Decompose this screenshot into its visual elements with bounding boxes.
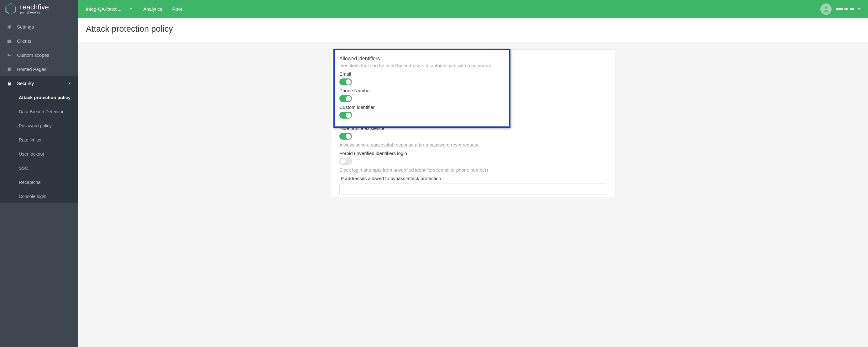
custom-identifier-toggle[interactable] xyxy=(339,112,352,119)
page-header: Attack protection policy xyxy=(78,18,868,42)
svg-point-10 xyxy=(825,6,828,9)
topbar: Integ-QA-foncti... Analytics Root xyxy=(78,0,868,18)
email-label: Email xyxy=(339,71,607,77)
chevron-down-icon xyxy=(68,82,71,85)
subnav-password-policy[interactable]: Password policy xyxy=(0,119,78,133)
topbar-link-analytics[interactable]: Analytics xyxy=(143,6,162,11)
panel-icon xyxy=(7,38,12,44)
svg-rect-3 xyxy=(7,39,11,40)
tenant-name: Integ-QA-foncti... xyxy=(86,6,121,11)
sidebar-label: Clients xyxy=(17,38,31,44)
svg-rect-6 xyxy=(11,55,11,56)
logo-text: reachfive part of PURSE xyxy=(20,4,49,14)
ip-bypass-input[interactable] xyxy=(339,183,607,195)
hide-profile-toggle[interactable] xyxy=(339,133,352,140)
chevron-down-icon xyxy=(129,7,133,11)
phone-toggle[interactable] xyxy=(339,95,352,102)
logo[interactable]: reachfive part of PURSE xyxy=(0,0,78,18)
subnav-data-breach[interactable]: Data Breach Detection xyxy=(0,105,78,119)
subnav-console-login[interactable]: Console login xyxy=(0,189,78,203)
ip-bypass-label: IP addresses allowed to bypass attack pr… xyxy=(339,176,607,181)
sidebar-item-custom-scopes[interactable]: Custom scopes xyxy=(0,48,78,62)
subnav-user-lockout[interactable]: User lockout xyxy=(0,147,78,161)
sidebar-label: Security xyxy=(17,81,34,86)
tenant-selector[interactable]: Integ-QA-foncti... xyxy=(86,6,133,11)
logo-icon xyxy=(4,3,17,16)
sidebar-item-security[interactable]: Security xyxy=(0,76,78,90)
dropdown-caret-icon[interactable] xyxy=(858,8,861,10)
forbid-unverified-toggle[interactable] xyxy=(339,158,352,165)
sidebar-item-clients[interactable]: Clients xyxy=(0,34,78,48)
section-desc: Identifiers that can be used by end-user… xyxy=(339,63,607,68)
topbar-link-root[interactable]: Root xyxy=(172,6,182,11)
svg-rect-9 xyxy=(8,83,11,85)
subnav-sso[interactable]: SSO xyxy=(0,161,78,175)
sidebar-label: Custom scopes xyxy=(17,52,49,58)
subnav-rate-limiter[interactable]: Rate limiter xyxy=(0,133,78,147)
hide-profile-desc: Always send a successful response after … xyxy=(339,142,607,147)
forbid-unverified-desc: Block login attempts from unverified ide… xyxy=(339,167,607,173)
hide-profile-section: Hide profile existence Always send a suc… xyxy=(331,123,615,197)
allowed-identifiers-section: Allowed identifiers Identifiers that can… xyxy=(331,50,615,123)
app-switcher-icon[interactable] xyxy=(836,8,854,10)
user-avatar[interactable] xyxy=(820,3,832,15)
security-submenu: Attack protection policy Data Breach Det… xyxy=(0,90,78,203)
content-area: Allowed identifiers Identifiers that can… xyxy=(78,42,868,347)
sidebar-label: Settings xyxy=(17,24,34,29)
forbid-unverified-label: Forbid unverified identifiers login xyxy=(339,151,607,156)
email-toggle[interactable] xyxy=(339,79,352,85)
pages-icon xyxy=(7,67,12,72)
sidebar-item-settings[interactable]: Settings xyxy=(0,20,78,34)
gear-icon xyxy=(7,25,12,29)
subnav-recaptcha[interactable]: Recaptcha xyxy=(0,175,78,189)
key-icon xyxy=(7,53,12,58)
section-title: Allowed identifiers xyxy=(339,56,607,61)
svg-rect-8 xyxy=(8,67,11,70)
page-title: Attack protection policy xyxy=(86,24,861,34)
sidebar-label: Hosted Pages xyxy=(17,66,46,72)
sidebar-nav: Settings Clients Custom scopes Hosted Pa… xyxy=(0,18,78,203)
sidebar-item-hosted-pages[interactable]: Hosted Pages xyxy=(0,62,78,76)
phone-label: Phone Number xyxy=(339,88,607,93)
settings-card: Allowed identifiers Identifiers that can… xyxy=(331,49,615,197)
lock-icon xyxy=(7,81,12,86)
hide-profile-label: Hide profile existence xyxy=(339,125,607,131)
sidebar: reachfive part of PURSE Settings Clients xyxy=(0,0,78,347)
subnav-attack-protection[interactable]: Attack protection policy xyxy=(0,90,78,105)
custom-identifier-label: Custom identifier xyxy=(339,105,607,110)
